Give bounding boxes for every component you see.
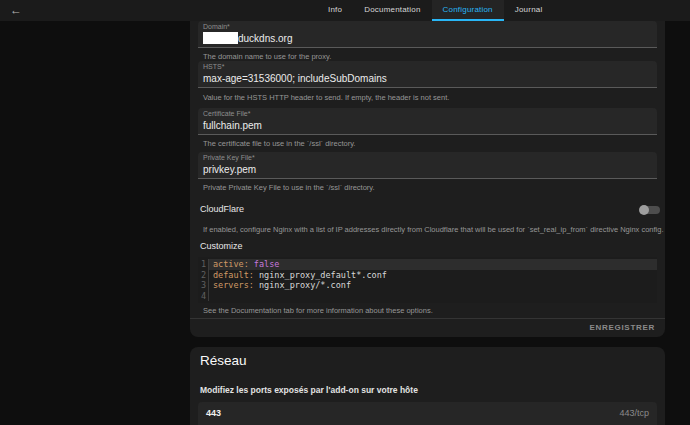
code-line: 3 servers:nginx_proxy/*.conf: [198, 280, 657, 291]
domain-field[interactable]: Domain* duckdns.org: [198, 21, 657, 48]
addon-configuration-page: ← Info Documentation Configuration Journ…: [0, 0, 690, 425]
private-key-file-field[interactable]: Private Key File* privkey.pem: [198, 152, 657, 179]
domain-field-label: Domain*: [203, 23, 230, 30]
network-subtitle: Modifiez les ports exposés par l'add-on …: [200, 385, 418, 395]
cloudflare-helper-text: If enabled, configure Nginx with a list …: [203, 225, 664, 234]
code-line: 1 active:false: [198, 259, 657, 270]
port-description: 443/tcp: [619, 408, 649, 418]
line-number: 4: [198, 291, 209, 302]
network-card: Réseau Modifiez les ports exposés par l'…: [190, 347, 665, 425]
back-button[interactable]: ←: [8, 1, 24, 19]
network-title: Réseau: [200, 353, 247, 368]
line-number: 1: [198, 259, 209, 270]
certificate-file-value: fullchain.pem: [203, 120, 262, 131]
yaml-key: default:: [213, 270, 254, 280]
yaml-value: false: [254, 259, 280, 269]
hsts-helper-text: Value for the HSTS HTTP header to send. …: [203, 93, 449, 102]
configuration-card: Domain* duckdns.org The domain name to u…: [190, 21, 665, 337]
yaml-value: nginx_proxy/*.conf: [259, 280, 351, 290]
hsts-field-value: max-age=31536000; includeSubDomains: [203, 73, 387, 84]
private-key-file-label: Private Key File*: [203, 154, 255, 161]
hsts-field[interactable]: HSTS* max-age=31536000; includeSubDomain…: [198, 61, 657, 88]
tab-info[interactable]: Info: [317, 0, 353, 21]
private-key-file-value: privkey.pem: [203, 164, 256, 175]
line-number: 3: [198, 280, 209, 291]
footer-divider: [190, 318, 665, 319]
yaml-key: servers:: [213, 280, 254, 290]
customize-label: Customize: [200, 241, 243, 251]
back-arrow-icon: ←: [10, 3, 22, 17]
tab-documentation[interactable]: Documentation: [353, 0, 431, 21]
line-number: 2: [198, 270, 209, 281]
code-line: 4: [198, 291, 657, 302]
customize-helper-text: See the Documentation tab for more infor…: [203, 306, 433, 315]
certificate-file-field[interactable]: Certificate File* fullchain.pem: [198, 108, 657, 135]
port-value: 443: [206, 408, 221, 418]
tab-journal[interactable]: Journal: [504, 0, 554, 21]
save-button[interactable]: ENREGISTRER: [590, 323, 656, 332]
hsts-field-label: HSTS*: [203, 63, 224, 70]
domain-field-value: duckdns.org: [238, 33, 292, 44]
code-line: 2 default:nginx_proxy_default*.conf: [198, 270, 657, 281]
toggle-knob: [639, 205, 649, 215]
yaml-code-editor[interactable]: 1 active:false 2 default:nginx_proxy_def…: [198, 257, 657, 303]
private-key-helper-text: Private Private Key File to use in the `…: [203, 183, 375, 192]
yaml-value: nginx_proxy_default*.conf: [259, 270, 387, 280]
port-field-443[interactable]: 443 443/tcp: [198, 402, 657, 425]
tab-bar: Info Documentation Configuration Journal: [317, 0, 553, 21]
redacted-domain-prefix: [203, 32, 238, 44]
domain-helper-text: The domain name to use for the proxy.: [203, 52, 331, 61]
certificate-file-label: Certificate File*: [203, 110, 250, 117]
cloudflare-toggle[interactable]: [639, 205, 660, 215]
top-nav: ← Info Documentation Configuration Journ…: [0, 0, 690, 21]
tab-configuration[interactable]: Configuration: [432, 0, 504, 21]
yaml-key: active:: [213, 259, 249, 269]
certificate-helper-text: The certificate file to use in the `/ssl…: [203, 139, 355, 148]
cloudflare-label: CloudFlare: [200, 204, 244, 214]
